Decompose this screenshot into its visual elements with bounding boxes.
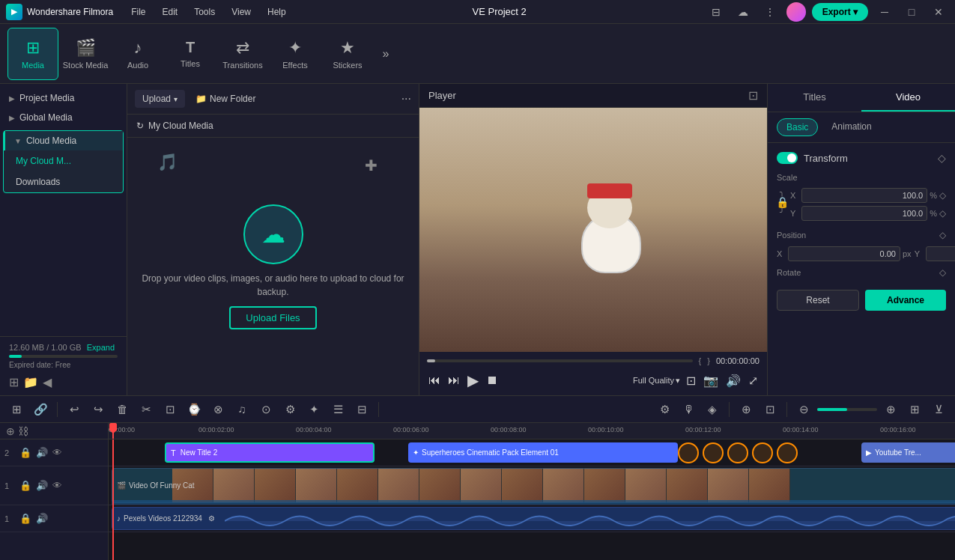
prev-frame-button[interactable]: ⏭ (446, 372, 461, 389)
tool-transitions[interactable]: ⇄ Transitions (217, 28, 268, 80)
tl-scene-icon[interactable]: ⊡ (760, 399, 780, 420)
scale-x-reset-icon[interactable]: ◇ (939, 190, 946, 201)
track-2-lock-icon[interactable]: 🔒 (19, 447, 31, 458)
tl-speed-icon[interactable]: ⊗ (207, 399, 228, 420)
tl-zoom-in-icon[interactable]: ⊕ (880, 399, 901, 420)
sidebar-item-cloud-media[interactable]: ▼ Cloud Media (4, 131, 123, 150)
clip-audio[interactable]: ♪ Pexels Videos 2122934 ⚙ (112, 507, 955, 530)
tl-undo-icon[interactable]: ↩ (64, 399, 85, 420)
window-maximize[interactable]: □ (901, 1, 922, 22)
collapse-icon[interactable]: ◀ (43, 375, 52, 389)
tl-zoom-out-icon[interactable]: ⊖ (793, 399, 814, 420)
stop-button[interactable]: ⏹ (485, 372, 500, 389)
media-more-icon[interactable]: ··· (401, 92, 411, 106)
tl-cut-icon[interactable]: ✦ (303, 399, 324, 420)
toolbar-more[interactable]: » (375, 28, 397, 80)
player-settings-icon[interactable]: ⊡ (748, 88, 758, 103)
play-button[interactable]: ▶ (466, 370, 480, 391)
track-2-eye-icon[interactable]: 👁 (52, 447, 62, 458)
sidebar-item-project-media[interactable]: ▶ Project Media (0, 88, 127, 108)
track-1-lock-icon[interactable]: 🔒 (19, 480, 31, 491)
window-minimize[interactable]: ─ (874, 1, 895, 22)
position-x-input[interactable] (788, 246, 900, 261)
menu-edit[interactable]: Edit (155, 4, 186, 20)
tl-mic-icon[interactable]: 🎙 (678, 399, 699, 420)
tl-magnet-icon[interactable]: ⊕ (736, 399, 757, 420)
tl-chain-icon[interactable]: ⛓ (18, 425, 28, 437)
track-1-eye-icon[interactable]: 👁 (52, 480, 62, 491)
quality-selector[interactable]: Full Quality ▾ (633, 376, 680, 386)
audio-1-audio-icon[interactable]: 🔊 (36, 513, 48, 524)
more-icon[interactable]: ⋮ (760, 1, 780, 22)
advance-button[interactable]: Advance (865, 290, 946, 311)
lock-icon[interactable]: 🔒 (776, 196, 789, 208)
volume-button[interactable]: 🔊 (724, 372, 742, 389)
marker-in-icon[interactable]: { (699, 356, 702, 365)
minimize-icon[interactable]: ⊟ (706, 1, 727, 22)
tl-ai-icon[interactable]: ☰ (327, 399, 348, 420)
position-reset-icon[interactable]: ◇ (939, 230, 946, 240)
tl-link-icon[interactable]: 🔗 (30, 399, 51, 420)
zoom-bar[interactable] (817, 408, 877, 411)
upload-files-button[interactable]: Upload Files (229, 306, 316, 329)
menu-help[interactable]: Help (260, 4, 294, 20)
marker-out-icon[interactable]: } (707, 356, 710, 365)
progress-bar[interactable] (427, 359, 693, 362)
sidebar-item-my-cloud[interactable]: My Cloud M... (4, 150, 123, 171)
fullscreen-button[interactable]: ⤢ (747, 372, 760, 389)
reset-button[interactable]: Reset (777, 290, 859, 311)
window-close[interactable]: ✕ (928, 1, 949, 22)
tl-audio-icon[interactable]: ♫ (231, 399, 252, 420)
tl-marker-icon[interactable]: ⌚ (184, 399, 204, 420)
tl-layout-icon[interactable]: ⊞ (904, 399, 925, 420)
menu-file[interactable]: File (124, 4, 153, 20)
rotate-reset-icon[interactable]: ◇ (939, 267, 946, 278)
scale-y-input[interactable] (801, 206, 927, 221)
export-button[interactable]: Advance Export ▾ (812, 3, 868, 21)
sidebar-item-downloads[interactable]: Downloads (4, 171, 123, 192)
tool-stickers[interactable]: ★ Stickers (322, 28, 373, 80)
tl-settings-icon[interactable]: ⚙ (654, 399, 675, 420)
folder-icon[interactable]: 📁 (23, 375, 38, 389)
new-folder-button[interactable]: 📁 New Folder (190, 90, 261, 108)
tl-add-icon[interactable]: ⊕ (6, 425, 15, 437)
tab-titles[interactable]: Titles (768, 84, 861, 112)
cloud-icon[interactable]: ☁ (733, 1, 754, 22)
tl-delete-icon[interactable]: 🗑 (112, 399, 133, 420)
clip-video-cat[interactable]: 🎬 Video Of Funny Cat (112, 468, 955, 503)
upload-button[interactable]: Upload ▾ (135, 90, 185, 108)
tl-expand-icon[interactable]: ⊻ (928, 399, 949, 420)
expand-link[interactable]: Expand (87, 343, 115, 352)
sidebar-item-global-media[interactable]: ▶ Global Media (0, 108, 127, 127)
add-folder-icon[interactable]: ⊞ (9, 375, 19, 389)
tool-stock-media[interactable]: 🎬 Stock Media (60, 28, 111, 80)
tab-video[interactable]: Video (861, 84, 955, 112)
transform-toggle[interactable] (777, 152, 798, 164)
avatar[interactable] (786, 2, 806, 22)
scale-x-input[interactable] (801, 188, 927, 203)
screenshot-button[interactable]: 📷 (702, 372, 720, 389)
tl-pip-icon[interactable]: ⊟ (351, 399, 372, 420)
position-y-input[interactable] (926, 246, 955, 261)
tl-voice-icon[interactable]: ◈ (702, 399, 723, 420)
transform-reset-icon[interactable]: ◇ (938, 152, 946, 164)
audio-1-lock-icon[interactable]: 🔒 (19, 513, 31, 524)
sub-tab-basic[interactable]: Basic (777, 118, 818, 136)
sub-tab-animation[interactable]: Animation (822, 118, 880, 136)
menu-view[interactable]: View (224, 4, 258, 20)
rewind-button[interactable]: ⏮ (427, 372, 442, 389)
tool-media[interactable]: ⊞ Media (7, 28, 58, 80)
clip-youtube[interactable]: ▶ Youtube Tre... (861, 442, 955, 463)
track-2-audio-icon[interactable]: 🔊 (36, 447, 48, 458)
scale-y-reset-icon[interactable]: ◇ (939, 208, 946, 219)
external-monitor-button[interactable]: ⊡ (685, 372, 697, 389)
tl-split-icon[interactable]: ✂ (136, 399, 157, 420)
tool-audio[interactable]: ♪ Audio (112, 28, 163, 80)
tl-trim-icon[interactable]: ⊡ (160, 399, 181, 420)
track-1-audio-icon[interactable]: 🔊 (36, 480, 48, 491)
tl-redo-icon[interactable]: ↪ (88, 399, 109, 420)
tl-add-track-icon[interactable]: ⊞ (6, 399, 27, 420)
refresh-icon[interactable]: ↻ (136, 121, 144, 131)
menu-tools[interactable]: Tools (187, 4, 222, 20)
clip-superheroes[interactable]: ✦ Superheroes Cinematic Pack Element 01 (408, 442, 678, 463)
